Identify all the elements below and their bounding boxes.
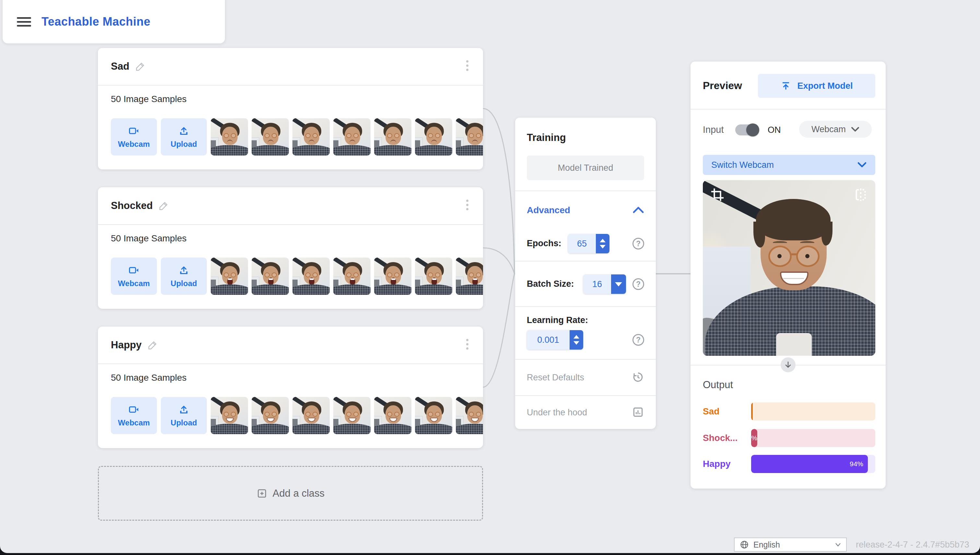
- batch-size-label: Batch Size:: [527, 279, 574, 289]
- flip-icon[interactable]: [853, 187, 868, 202]
- add-box-icon: [256, 488, 267, 499]
- class-card-header: Shocked: [98, 187, 483, 225]
- divider: [515, 306, 656, 307]
- help-icon[interactable]: [633, 334, 644, 346]
- output-bar-track: 94%: [751, 455, 875, 473]
- batch-size-value[interactable]: 16: [583, 274, 611, 294]
- input-toggle[interactable]: [735, 124, 758, 135]
- app-title[interactable]: Teachable Machine: [42, 15, 150, 29]
- learning-rate-label: Learning Rate:: [527, 315, 588, 325]
- upload-button[interactable]: Upload: [161, 118, 207, 156]
- language-selector[interactable]: English: [734, 537, 847, 552]
- sample-thumbnail: [252, 118, 289, 156]
- training-panel: Training Model Trained Advanced Epochs: …: [515, 118, 656, 429]
- under-the-hood-button[interactable]: Under the hood: [527, 407, 587, 418]
- epochs-spin-buttons[interactable]: [596, 234, 609, 253]
- input-label: Input: [703, 124, 724, 135]
- menu-icon[interactable]: [17, 15, 31, 29]
- output-bar-fill: [751, 403, 753, 420]
- class-card-header: Sad: [98, 48, 483, 85]
- webcam-button-label: Webcam: [118, 279, 150, 288]
- export-model-button[interactable]: Export Model: [758, 74, 875, 98]
- output-bar-label: Shock...: [703, 433, 737, 443]
- chevron-up-icon[interactable]: [633, 206, 644, 214]
- sample-thumbnail: [374, 118, 411, 156]
- upload-button[interactable]: Upload: [161, 397, 207, 434]
- sample-thumbnail: [211, 118, 248, 156]
- output-bar-fill: %: [751, 429, 757, 447]
- class-card-shocked: Shocked 50 Image Samples Webcam Upload: [98, 187, 483, 309]
- webcam-icon: [128, 404, 140, 415]
- release-version: release-2-4-7 - 2.4.7#5b5b73: [856, 537, 979, 552]
- output-bar-label: Sad: [703, 406, 719, 417]
- chevron-down-icon: [851, 126, 860, 132]
- epochs-value[interactable]: 65: [568, 234, 596, 253]
- upload-icon: [178, 125, 190, 137]
- upload-button[interactable]: Upload: [161, 258, 207, 295]
- app-surface: Teachable Machine Sad 50 Image Samples W…: [0, 0, 980, 553]
- edit-pencil-icon[interactable]: [135, 61, 146, 72]
- arrow-down-icon: [784, 361, 792, 369]
- input-source-label: Webcam: [811, 124, 846, 135]
- learning-rate-stepper: 0.001: [527, 330, 583, 350]
- switch-webcam-button[interactable]: Switch Webcam: [703, 155, 875, 175]
- upload-button-label: Upload: [170, 140, 197, 149]
- crop-icon[interactable]: [710, 187, 725, 202]
- collapse-output-button[interactable]: [781, 358, 795, 372]
- reset-defaults-button[interactable]: Reset Defaults: [527, 372, 584, 383]
- switch-webcam-label: Switch Webcam: [711, 160, 774, 170]
- edit-pencil-icon[interactable]: [159, 201, 169, 211]
- webcam-person-glasses-bridge: [790, 253, 797, 255]
- upload-button-label: Upload: [170, 279, 197, 288]
- sample-thumbnail: [252, 258, 289, 295]
- divider: [515, 359, 656, 359]
- sample-thumbnail: [415, 118, 452, 156]
- history-icon[interactable]: [632, 371, 644, 383]
- class-card-happy: Happy 50 Image Samples Webcam Upload: [98, 327, 483, 448]
- help-icon[interactable]: [633, 278, 644, 290]
- export-icon: [780, 80, 791, 91]
- toggle-knob: [746, 124, 759, 136]
- batch-size-select: 16: [583, 274, 626, 294]
- advanced-toggle[interactable]: Advanced: [527, 205, 570, 215]
- help-icon[interactable]: [633, 238, 644, 249]
- edit-pencil-icon[interactable]: [148, 340, 158, 350]
- sample-thumbnail: [252, 397, 289, 434]
- preview-panel: Preview Export Model Input ON Webcam Swi…: [691, 61, 886, 489]
- add-class-button[interactable]: Add a class: [98, 466, 483, 521]
- upload-icon: [178, 265, 190, 276]
- sample-thumbnail: [333, 258, 371, 295]
- sample-thumbnail: [456, 258, 483, 295]
- input-source-dropdown[interactable]: Webcam: [799, 121, 872, 138]
- sample-count-label: 50 Image Samples: [111, 94, 186, 104]
- chevron-down-icon: [835, 543, 841, 547]
- training-title: Training: [527, 132, 566, 144]
- kebab-menu-icon[interactable]: [466, 200, 469, 212]
- sample-thumbnail: [415, 397, 452, 434]
- batch-size-dropdown-button[interactable]: [611, 274, 626, 294]
- webcam-person-tee: [776, 333, 812, 356]
- training-preview-connector: [656, 273, 691, 274]
- sample-strip: Webcam Upload: [111, 397, 483, 435]
- language-label: English: [753, 540, 831, 550]
- output-bar-row: Shock... %: [691, 429, 886, 447]
- learning-rate-spin-buttons[interactable]: [570, 330, 583, 350]
- webcam-person-eyebrow: [800, 241, 815, 244]
- divider: [515, 395, 656, 396]
- under-hood-icon[interactable]: [632, 406, 644, 418]
- sample-thumbnails: [211, 258, 483, 295]
- sample-count-label: 50 Image Samples: [111, 372, 186, 383]
- kebab-menu-icon[interactable]: [466, 60, 469, 73]
- webcam-person-eye: [778, 254, 782, 258]
- webcam-button[interactable]: Webcam: [111, 258, 157, 295]
- webcam-button[interactable]: Webcam: [111, 397, 157, 434]
- train-model-button[interactable]: Model Trained: [527, 156, 644, 180]
- chevron-down-icon: [857, 162, 867, 168]
- tree-connectors: [482, 97, 519, 421]
- class-name: Sad: [111, 61, 129, 72]
- kebab-menu-icon[interactable]: [466, 339, 469, 351]
- sample-thumbnail: [211, 258, 248, 295]
- webcam-button[interactable]: Webcam: [111, 118, 157, 156]
- learning-rate-value[interactable]: 0.001: [527, 330, 570, 350]
- globe-icon: [740, 540, 749, 549]
